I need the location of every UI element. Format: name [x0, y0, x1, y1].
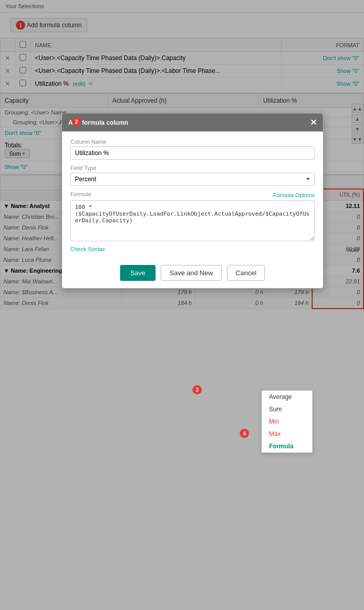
modal-footer: Save Save and New Cancel [62, 260, 323, 288]
dropdown-item-average[interactable]: Average [262, 391, 312, 403]
dropdown-item-formula[interactable]: Formula [262, 440, 312, 452]
save-and-new-button[interactable]: Save and New [161, 265, 222, 281]
column-name-label: Column Name [70, 139, 315, 145]
modal-close-button[interactable]: ✕ [310, 118, 317, 127]
field-type-label: Field Type [70, 165, 315, 171]
modal-header: Add formula column ✕ [62, 113, 323, 131]
formula-label: Formula [70, 191, 91, 197]
formula-options-link[interactable]: Formula Options [273, 192, 315, 198]
modal-overlay [0, 0, 364, 610]
field-type-select[interactable]: Percent [70, 173, 315, 186]
cancel-button[interactable]: Cancel [227, 265, 265, 281]
step-badge-3: 3 [193, 385, 202, 394]
formula-row: Formula Formula Options [70, 191, 315, 199]
check-syntax-link[interactable]: Check Syntax [70, 246, 105, 252]
save-button[interactable]: Save [120, 265, 156, 281]
formula-textarea[interactable]: 100 * ($CapacityOfUserDaily.LoadFor.Link… [70, 200, 315, 241]
step-badge-4: 4 [240, 429, 249, 438]
add-formula-modal: Add formula column ✕ Column Name Field T… [62, 113, 323, 289]
dropdown-item-max[interactable]: Max [262, 428, 312, 440]
step-badge-2: 2 [72, 117, 81, 126]
dropdown-item-sum[interactable]: Sum [262, 403, 312, 415]
column-name-input[interactable] [70, 146, 315, 160]
dropdown-item-min[interactable]: Min [262, 415, 312, 428]
modal-body: Column Name Field Type Percent Formula F… [62, 131, 323, 260]
formula-dropdown-popup: Average Sum Min Max Formula [261, 390, 313, 453]
